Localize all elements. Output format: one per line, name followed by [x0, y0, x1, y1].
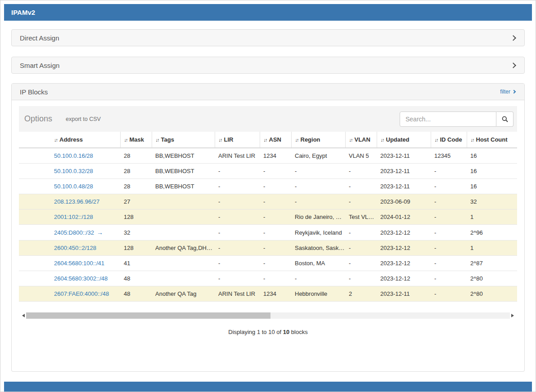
pagination-suffix: blocks [291, 329, 308, 335]
cell-vlan: 2 [345, 286, 377, 302]
chevron-right-icon [510, 62, 516, 68]
address-link[interactable]: 2604:5680:100::/41 [54, 260, 104, 267]
cell-id_code: - [431, 225, 467, 241]
direct-assign-panel[interactable]: Direct Assign [11, 29, 525, 46]
cell-id_code: 12345 [431, 148, 467, 164]
table-row: 2600:450::2/128128Another QA Tag,DH…--Sa… [19, 241, 517, 256]
cell-region: Rio de Janeiro, … [291, 209, 345, 225]
cell-updated: 2024-01-12 [377, 209, 431, 225]
column-header-id_code[interactable]: ↓↑ID Code [431, 132, 467, 148]
cell-mask: 28 [120, 179, 152, 194]
cell-region: - [291, 194, 345, 209]
sort-icon: ↓↑ [435, 137, 438, 143]
ip-blocks-title: IP Blocks [20, 88, 48, 96]
table-header: ↓↑Address↓↑Mask↓↑Tags↓↑LIR↓↑ASN↓↑Region↓… [19, 132, 517, 148]
column-header-host_count[interactable]: ↓↑Host Count [467, 132, 517, 148]
column-label: Tags [161, 136, 174, 143]
column-header-updated[interactable]: ↓↑Updated [377, 132, 431, 148]
cell-host_count: 32 [467, 194, 517, 209]
cell-tags [152, 225, 215, 241]
cell-host_count: 2^96 [467, 225, 517, 241]
column-header-vlan[interactable]: ↓↑VLAN [345, 132, 377, 148]
sort-icon: ↓↑ [471, 137, 474, 143]
address-link[interactable]: 2600:450::2/128 [54, 245, 96, 251]
options-title: Options [24, 114, 52, 124]
sort-icon: ↓↑ [219, 137, 222, 143]
search-input[interactable] [400, 111, 496, 127]
scroll-left-arrow[interactable] [19, 312, 26, 319]
scroll-right-arrow[interactable] [510, 312, 517, 319]
cell-address: 50.100.0.32/28 [19, 164, 120, 179]
table-row: 2604:5680:100::/4141--Boston, MA-2023-12… [19, 256, 517, 271]
address-link[interactable]: 50.100.0.48/28 [54, 183, 93, 190]
cell-asn: - [260, 164, 291, 179]
cell-address: 2405:D800::/32→ [19, 225, 120, 241]
table-row: 50.100.0.16/2828BB,WEBHOSTARIN Test LIR1… [19, 148, 517, 164]
column-label: LIR [224, 136, 234, 143]
cell-tags: BB,WEBHOST [152, 179, 215, 194]
column-header-tags[interactable]: ↓↑Tags [152, 132, 215, 148]
cell-id_code: - [431, 256, 467, 271]
cell-mask: 128 [120, 241, 152, 256]
cell-lir: - [215, 179, 260, 194]
smart-assign-label: Smart Assign [20, 62, 59, 69]
ip-blocks-table: ↓↑Address↓↑Mask↓↑Tags↓↑LIR↓↑ASN↓↑Region↓… [19, 132, 517, 302]
cell-updated: 2023-12-11 [377, 286, 431, 302]
sort-icon: ↓↑ [264, 137, 267, 143]
chevron-right-icon [510, 35, 516, 41]
address-link[interactable]: 208.123.96.96/27 [54, 198, 99, 205]
smart-assign-panel[interactable]: Smart Assign [11, 57, 525, 74]
cell-host_count: 1 [467, 241, 517, 256]
filter-label: filter [500, 89, 510, 95]
cell-lir: - [215, 256, 260, 271]
search-group [400, 111, 513, 127]
address-link[interactable]: 50.100.0.32/28 [54, 168, 93, 174]
cell-lir: - [215, 194, 260, 209]
column-label: Updated [386, 136, 410, 143]
cell-lir: - [215, 209, 260, 225]
column-header-address[interactable]: ↓↑Address [19, 132, 120, 148]
address-link[interactable]: 2607:FAE0:4000::/48 [54, 290, 109, 297]
cell-lir: ARIN Test LIR [215, 148, 260, 164]
table-body: 50.100.0.16/2828BB,WEBHOSTARIN Test LIR1… [19, 148, 517, 302]
scrollbar-track[interactable] [26, 312, 510, 319]
sort-icon: ↓↑ [295, 137, 298, 143]
search-button[interactable] [496, 111, 513, 127]
cell-mask: 128 [120, 209, 152, 225]
cell-id_code: - [431, 286, 467, 302]
sort-icon: ↓↑ [54, 137, 57, 143]
cell-lir: - [215, 241, 260, 256]
scrollbar-thumb[interactable] [26, 312, 270, 319]
table-row: 2405:D800::/32→32--Reykjavik, Iceland-20… [19, 225, 517, 241]
cell-tags [152, 271, 215, 286]
table-row: 2604:5680:3002::/4848----2023-12-12-2^80 [19, 271, 517, 286]
column-header-mask[interactable]: ↓↑Mask [120, 132, 152, 148]
sort-icon: ↓↑ [124, 137, 127, 143]
address-link[interactable]: 2604:5680:3002::/48 [54, 275, 108, 282]
cell-host_count: 16 [467, 164, 517, 179]
filter-link[interactable]: filter [500, 89, 516, 95]
column-header-asn[interactable]: ↓↑ASN [260, 132, 291, 148]
column-header-lir[interactable]: ↓↑LIR [215, 132, 260, 148]
cell-updated: 2023-12-12 [377, 241, 431, 256]
column-label: VLAN [355, 136, 370, 143]
direct-assign-label: Direct Assign [20, 34, 59, 42]
chevron-right-icon [512, 90, 516, 94]
cell-mask: 48 [120, 286, 152, 302]
cell-asn: 1234 [260, 286, 291, 302]
address-link[interactable]: 2405:D800::/32 [54, 229, 94, 236]
cell-lir: - [215, 225, 260, 241]
address-link[interactable]: 2001:102::/128 [54, 214, 93, 220]
cell-asn: - [260, 225, 291, 241]
table-row: 208.123.96.96/2727----2023-06-09-32 [19, 194, 517, 209]
cell-mask: 32 [120, 225, 152, 241]
export-csv-link[interactable]: export to CSV [66, 116, 101, 122]
cell-region: Hebbronville [291, 286, 345, 302]
horizontal-scrollbar[interactable] [19, 312, 517, 319]
address-link[interactable]: 50.100.0.16/28 [54, 152, 93, 159]
cell-vlan: - [345, 225, 377, 241]
column-header-region[interactable]: ↓↑Region [291, 132, 345, 148]
cell-host_count: 2^87 [467, 256, 517, 271]
table-row: 50.100.0.32/2828BB,WEBHOST----2023-12-11… [19, 164, 517, 179]
ip-blocks-panel: IP Blocks filter Options export to CSV [11, 83, 525, 372]
